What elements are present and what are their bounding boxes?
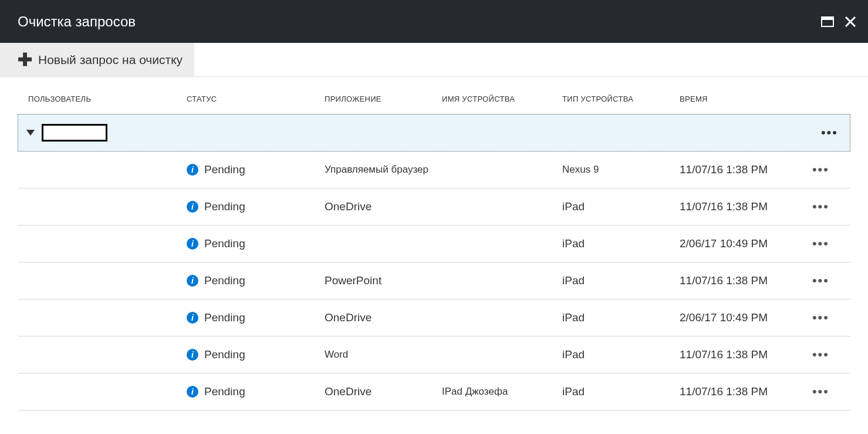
status-label: Pending [204, 274, 245, 287]
content: ПОЛЬЗОВАТЕЛЬ СТАТУС ПРИЛОЖЕНИЕ ИМЯ УСТРО… [0, 77, 868, 411]
status-label: Pending [204, 200, 245, 213]
status-label: Pending [204, 385, 245, 398]
row-more-menu[interactable]: ••• [812, 236, 829, 251]
time-label: 11/07/16 1:38 PM [680, 348, 800, 361]
col-header-time[interactable]: ВРЕМЯ [680, 95, 800, 103]
table-row[interactable]: i Pending Управляемый браузер Nexus 9 11… [18, 152, 850, 189]
status-label: Pending [204, 163, 245, 176]
col-header-device-type[interactable]: ТИП УСТРОЙСТВА [562, 95, 680, 103]
device-type-label: Nexus 9 [562, 164, 680, 176]
column-headers: ПОЛЬЗОВАТЕЛЬ СТАТУС ПРИЛОЖЕНИЕ ИМЯ УСТРО… [18, 95, 850, 114]
info-icon: i [187, 201, 198, 213]
group-more-menu[interactable]: ••• [821, 125, 842, 140]
row-more-menu[interactable]: ••• [812, 384, 829, 399]
new-wipe-request-button[interactable]: ✚ Новый запрос на очистку [0, 43, 194, 76]
table-row[interactable]: i Pending iPad 2/06/17 10:49 PM ••• [18, 226, 850, 263]
device-type-label: iPad [562, 385, 680, 398]
table-row[interactable]: i Pending PowerPoint iPad 11/07/16 1:38 … [18, 263, 850, 300]
user-redacted-box [42, 124, 107, 142]
table-row[interactable]: i Pending OneDrive iPad 2/06/17 10:49 PM… [18, 300, 850, 337]
info-icon: i [187, 164, 198, 176]
col-header-device-name[interactable]: ИМЯ УСТРОЙСТВА [442, 95, 562, 103]
time-label: 11/07/16 1:38 PM [680, 385, 800, 398]
time-label: 11/07/16 1:38 PM [680, 274, 800, 287]
time-label: 11/07/16 1:38 PM [680, 200, 800, 213]
device-type-label: iPad [562, 348, 680, 361]
app-label: PowerPoint [325, 274, 442, 287]
app-label: Управляемый браузер [325, 164, 442, 176]
new-wipe-request-label: Новый запрос на очистку [38, 53, 183, 67]
col-header-status[interactable]: СТАТУС [187, 95, 325, 103]
device-type-label: iPad [562, 200, 680, 213]
time-label: 2/06/17 10:49 PM [680, 237, 800, 250]
app-label: OneDrive [325, 311, 442, 324]
app-label: OneDrive [325, 200, 442, 213]
status-label: Pending [204, 311, 245, 324]
table-row[interactable]: i Pending OneDrive IPad Джозефа iPad 11/… [18, 374, 850, 411]
row-more-menu[interactable]: ••• [812, 310, 829, 325]
table-row[interactable]: i Pending Word iPad 11/07/16 1:38 PM ••• [18, 337, 850, 374]
app-label: OneDrive [325, 385, 442, 398]
col-header-user[interactable]: ПОЛЬЗОВАТЕЛЬ [28, 95, 187, 103]
info-icon: i [187, 386, 198, 398]
toolbar: ✚ Новый запрос на очистку [0, 43, 868, 77]
table-row[interactable]: i Pending OneDrive iPad 11/07/16 1:38 PM… [18, 189, 850, 226]
plus-icon: ✚ [18, 51, 32, 69]
close-icon[interactable] [845, 16, 856, 28]
group-row[interactable]: ••• [18, 114, 850, 152]
app-label: Word [325, 349, 442, 361]
row-more-menu[interactable]: ••• [812, 273, 829, 288]
device-type-label: iPad [562, 237, 680, 250]
device-name-label: IPad Джозефа [442, 386, 562, 398]
row-more-menu[interactable]: ••• [812, 162, 829, 177]
blade-header: Очистка запросов [0, 0, 868, 43]
caret-down-icon[interactable] [26, 130, 35, 136]
device-type-label: iPad [562, 274, 680, 287]
time-label: 11/07/16 1:38 PM [680, 163, 800, 176]
col-header-app[interactable]: ПРИЛОЖЕНИЕ [325, 95, 442, 103]
device-type-label: iPad [562, 311, 680, 324]
status-label: Pending [204, 348, 245, 361]
status-label: Pending [204, 237, 245, 250]
info-icon: i [187, 238, 198, 250]
blade-title: Очистка запросов [18, 14, 136, 30]
info-icon: i [187, 349, 198, 361]
header-controls [821, 16, 856, 28]
svg-rect-1 [822, 17, 833, 20]
info-icon: i [187, 275, 198, 287]
info-icon: i [187, 312, 198, 324]
row-more-menu[interactable]: ••• [812, 199, 829, 214]
time-label: 2/06/17 10:49 PM [680, 311, 800, 324]
restore-window-icon[interactable] [821, 16, 834, 27]
row-more-menu[interactable]: ••• [812, 347, 829, 362]
table-rows: i Pending Управляемый браузер Nexus 9 11… [18, 152, 850, 411]
